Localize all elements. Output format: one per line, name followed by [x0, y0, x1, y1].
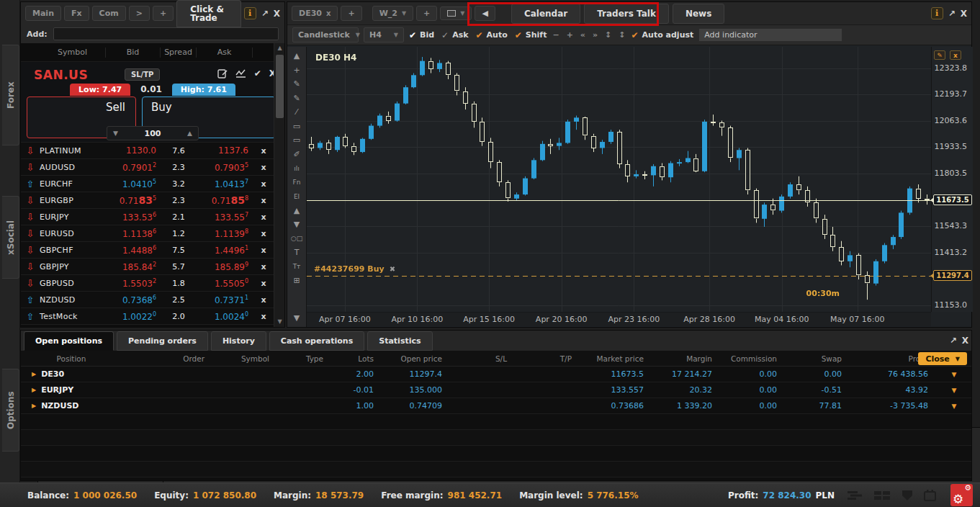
rail-tab-xsocial[interactable]: xSocial	[2, 196, 19, 279]
checkbox-auto[interactable]: ✔Auto	[476, 30, 508, 40]
quote-row[interactable]: ⇩GBPJPY185.8425.7185.899x	[21, 259, 284, 275]
eraser-tool-icon[interactable]: ▭	[287, 120, 306, 134]
scroll-down-arrow-icon[interactable]: ▼	[274, 317, 285, 327]
open-position-label[interactable]: #44237699 Buy ✖	[314, 264, 395, 274]
watchlist-tab-fx[interactable]: Fx	[64, 6, 89, 21]
nav-tab-news[interactable]: News	[673, 4, 724, 24]
bottom-tab-open-positions[interactable]: Open positions	[24, 331, 114, 351]
quote-ask[interactable]: 1.11398	[197, 228, 253, 239]
scroll-up-arrow-icon[interactable]: ▲	[274, 43, 285, 53]
volume-decrease-icon[interactable]: ▼	[113, 130, 118, 137]
position-name[interactable]: ▶DE30	[21, 369, 129, 379]
trade-widget-symbol[interactable]: SAN.US	[34, 68, 88, 82]
checkbox-bid[interactable]: ✔Bid	[409, 30, 434, 40]
quote-row[interactable]: ⇩GBPUSD1.550321.81.55050x	[21, 275, 284, 292]
quote-ask[interactable]: 1.44961	[197, 245, 253, 256]
chart-zoom-button-5[interactable]: ↕	[618, 30, 626, 40]
chart-close-icon[interactable]: x	[950, 50, 961, 60]
position-row[interactable]: ▶NZDUSD1.000.747090.736861 339.200.0077.…	[21, 398, 971, 414]
back-button[interactable]: ◀	[475, 6, 495, 21]
sltp-button[interactable]: SL/TP	[125, 68, 160, 81]
quote-row[interactable]: ⇩EURJPY133.5362.1133.557x	[21, 209, 284, 225]
chart-zoom-button-0[interactable]: −	[552, 30, 559, 40]
timeframe-dropdown[interactable]: H4▼	[364, 27, 404, 42]
quote-bid[interactable]: 1130.0	[106, 145, 161, 156]
volume-increase-icon[interactable]: ▲	[187, 130, 192, 137]
chart-edit-icon[interactable]: ✎	[934, 50, 945, 60]
watchlist-tab-com[interactable]: Com	[92, 6, 126, 21]
volume-stepper[interactable]: ▼ 100 ▲	[107, 126, 199, 140]
watchlist-tab-[interactable]: +	[153, 6, 174, 21]
expand-icon[interactable]: ↗	[261, 9, 269, 19]
checkbox-ask[interactable]: ✓Ask	[441, 30, 468, 40]
quote-remove-icon[interactable]: x	[253, 295, 274, 305]
trendline-tool-icon[interactable]: ✎	[287, 77, 306, 91]
checkbox-shift[interactable]: ✔Shift	[515, 30, 547, 40]
quote-bid[interactable]: 1.44886	[106, 245, 161, 256]
chart-type-dropdown[interactable]: Candlestick▼	[292, 27, 359, 42]
quote-ask[interactable]: 0.73711	[197, 295, 253, 305]
tab-de30[interactable]: DE30x	[292, 6, 338, 21]
quote-row[interactable]: ⇧NZDUSD0.736862.50.73711x	[21, 292, 284, 308]
add-indicator-input[interactable]	[698, 28, 842, 42]
arrow-down-marker-icon[interactable]: ▼	[287, 217, 306, 232]
quote-bid[interactable]: 0.71835	[106, 194, 161, 206]
bottom-tab-statistics[interactable]: Statistics	[367, 331, 432, 351]
quote-row[interactable]: ⇩PLATINUM1130.07.61137.6x	[21, 143, 284, 159]
brush-tool-icon[interactable]: ✐	[287, 148, 306, 162]
quote-remove-icon[interactable]: x	[253, 196, 274, 205]
rail-tab-forex[interactable]: Forex	[2, 45, 19, 145]
expand-row-icon[interactable]: ▶	[32, 371, 36, 377]
quote-remove-icon[interactable]: x	[253, 279, 274, 288]
fn-tool-icon[interactable]: Fn	[287, 176, 306, 190]
auto-adjust-checkbox[interactable]: ✔ Auto adjust	[631, 30, 694, 40]
close-icon[interactable]: X	[274, 9, 280, 19]
quote-ask[interactable]: 1137.6	[197, 145, 253, 156]
quote-ask[interactable]: 185.899	[197, 261, 253, 272]
chart-zoom-button-3[interactable]: »	[592, 30, 598, 40]
chart-icon[interactable]	[235, 69, 246, 78]
scroll-up-icon[interactable]: ▲	[287, 49, 306, 63]
watchlist-scrollbar[interactable]: ▲ ▼	[274, 43, 284, 327]
confirm-check-icon[interactable]: ✔	[254, 68, 261, 78]
position-name[interactable]: ▶NZDUSD	[21, 401, 129, 410]
layout-grid-icon[interactable]	[873, 490, 891, 501]
price-axis[interactable]: 11673.5 11297.4 12323.812193.712063.6119…	[931, 47, 973, 312]
chart-plot[interactable]: DE30 H4 #44237699 Buy ✖ 00:30m	[307, 47, 931, 312]
position-row[interactable]: ▶EURJPY-0.01135.000133.55720.320.00-0.51…	[21, 382, 971, 398]
crosshair-icon[interactable]: +	[287, 63, 306, 78]
row-menu-icon[interactable]: ▼	[935, 403, 973, 410]
quote-remove-icon[interactable]: x	[253, 246, 274, 255]
quote-bid[interactable]: 1.00220	[106, 311, 161, 322]
nav-tab-calendar[interactable]: Calendar	[511, 4, 580, 24]
layout-dropdown[interactable]: ▼	[440, 6, 472, 20]
new-chart-tab-button[interactable]: +	[341, 6, 361, 21]
expand-row-icon[interactable]: ▶	[32, 387, 36, 393]
time-axis[interactable]: Apr 07 16:00Apr 10 16:00Apr 15 16:00Apr …	[307, 312, 931, 326]
nav-tab-traders-talk[interactable]: Traders Talk	[584, 4, 669, 24]
quote-ask[interactable]: 133.557	[197, 212, 253, 223]
quote-row[interactable]: ⇩EURGBP0.718352.30.71858x	[21, 192, 284, 209]
text-tool-icon[interactable]: T	[287, 246, 306, 260]
bottom-tab-cash-operations[interactable]: Cash operations	[269, 331, 364, 351]
quote-row[interactable]: ⇩EURUSD1.113861.21.11398x	[21, 225, 284, 242]
quote-ask[interactable]: 0.79035	[197, 162, 253, 173]
tag-icon[interactable]	[901, 490, 914, 501]
row-menu-icon[interactable]: ▼	[935, 387, 973, 394]
price-chart-canvas[interactable]	[307, 47, 931, 312]
quote-remove-icon[interactable]: x	[253, 163, 274, 172]
tab-close-icon[interactable]: x	[326, 10, 331, 17]
quote-bid[interactable]: 133.536	[106, 212, 161, 223]
position-name[interactable]: ▶EURJPY	[21, 385, 129, 395]
scrollbar-thumb[interactable]	[276, 55, 284, 118]
expand-row-icon[interactable]: ▶	[32, 403, 36, 409]
order-ticket-icon[interactable]	[217, 69, 228, 78]
shapes-tool-icon[interactable]: ○□	[287, 232, 306, 246]
quote-remove-icon[interactable]: x	[253, 262, 274, 272]
quote-ask[interactable]: 1.55050	[197, 278, 253, 289]
expand-icon[interactable]: ↗	[950, 336, 957, 346]
quote-row[interactable]: ⇩GBPCHF1.448867.51.44961x	[21, 242, 284, 259]
quote-row[interactable]: ⇧EURCHF1.041053.21.04137x	[21, 176, 284, 192]
info-icon[interactable]: i	[244, 7, 256, 19]
watchlist-tab-[interactable]: >	[129, 6, 150, 21]
